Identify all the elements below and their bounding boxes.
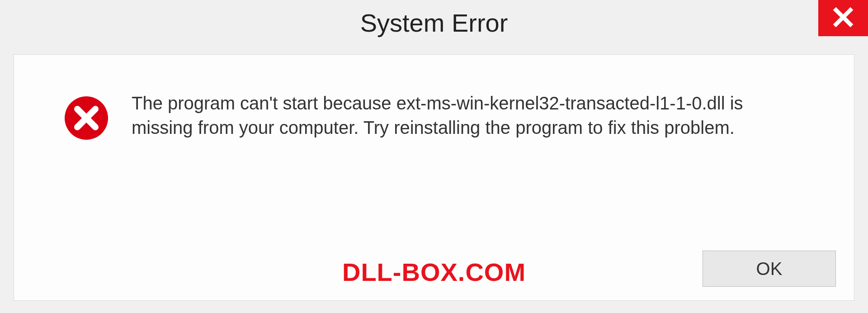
titlebar: System Error [0, 0, 868, 45]
window-title: System Error [360, 8, 508, 38]
error-message: The program can't start because ext-ms-w… [132, 91, 801, 140]
ok-button[interactable]: OK [703, 251, 836, 287]
message-row: The program can't start because ext-ms-w… [14, 55, 854, 141]
ok-button-label: OK [756, 259, 783, 279]
error-icon [64, 95, 109, 141]
close-icon [832, 6, 854, 30]
content-panel: The program can't start because ext-ms-w… [14, 54, 854, 301]
close-button[interactable] [818, 0, 868, 36]
watermark-text: DLL-BOX.COM [342, 257, 526, 287]
